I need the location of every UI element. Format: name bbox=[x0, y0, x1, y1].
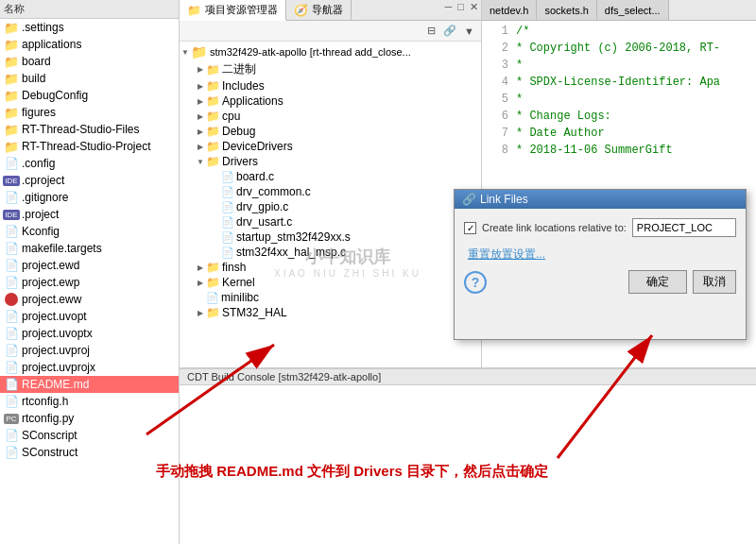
tree-item[interactable]: 📄drv_common.c bbox=[180, 184, 481, 199]
left-file-item[interactable]: 📁DebugConfig bbox=[0, 87, 179, 104]
tree-expand-arrow: ▶ bbox=[195, 82, 206, 91]
navigator-icon: 🧭 bbox=[294, 4, 308, 17]
tab-navigator[interactable]: 🧭 导航器 bbox=[286, 0, 352, 20]
close-btn[interactable]: ✕ bbox=[467, 0, 481, 20]
left-file-item[interactable]: 📄SConscript bbox=[0, 427, 179, 444]
tree-item[interactable]: ▶📁cpu bbox=[180, 109, 481, 124]
tree-item[interactable]: ▶📁Applications bbox=[180, 94, 481, 109]
left-file-item[interactable]: 📄makefile.targets bbox=[0, 240, 179, 257]
left-file-item[interactable]: 📄SConstruct bbox=[0, 444, 179, 461]
dialog-title-text: Link Files bbox=[480, 193, 528, 206]
left-file-item[interactable]: 📁build bbox=[0, 70, 179, 87]
create-link-checkbox[interactable]: ✓ bbox=[464, 222, 476, 234]
left-file-item[interactable]: 📁RT-Thread-Studio-Files bbox=[0, 121, 179, 138]
file-type-icon: 📄 bbox=[4, 156, 19, 171]
line-number: 4 bbox=[486, 74, 508, 91]
tab-explorer-label: 项目资源管理器 bbox=[205, 3, 278, 17]
tree-item-icon: 📁 bbox=[206, 110, 220, 123]
tree-item-label: drv_gpio.c bbox=[236, 200, 288, 213]
left-file-item[interactable]: 📄.gitignore bbox=[0, 189, 179, 206]
tree-item-label: drv_usart.c bbox=[236, 215, 292, 229]
dialog-link-icon: 🔗 bbox=[462, 193, 476, 206]
left-file-item[interactable]: 📄project.uvprojx bbox=[0, 359, 179, 376]
left-file-item[interactable]: PCrtconfig.py bbox=[0, 410, 179, 427]
left-file-item[interactable]: 📁.settings bbox=[0, 19, 179, 36]
left-file-item[interactable]: 📄rtconfig.h bbox=[0, 393, 179, 410]
tree-item[interactable]: ▼📁Drivers bbox=[180, 154, 481, 169]
tree-item-label: Kernel bbox=[222, 276, 255, 289]
line-content: * Copyright (c) 2006-2018, RT- bbox=[516, 40, 720, 57]
maximize-btn[interactable]: □ bbox=[455, 0, 467, 20]
line-content: * 2018-11-06 SummerGift bbox=[516, 142, 673, 159]
code-line: 7 * Date Author bbox=[482, 125, 756, 142]
file-label: README.md bbox=[22, 378, 89, 391]
link-btn[interactable]: 🔗 bbox=[440, 24, 459, 38]
tree-item-label: stm32f4xx_hal_msp.c bbox=[236, 246, 346, 259]
help-button[interactable]: ? bbox=[464, 271, 487, 294]
tree-item-label: DeviceDrivers bbox=[222, 140, 293, 153]
left-file-item[interactable]: IDE.project bbox=[0, 206, 179, 223]
left-file-item[interactable]: IDE.cproject bbox=[0, 172, 179, 189]
file-label: .config bbox=[22, 157, 55, 170]
left-file-item[interactable]: 📁applications bbox=[0, 36, 179, 53]
line-number: 8 bbox=[486, 142, 508, 159]
file-type-icon bbox=[4, 292, 19, 307]
tree-area: ▼ 📁 stm32f429-atk-apollo [rt-thread add_… bbox=[180, 42, 481, 367]
left-file-item[interactable]: 📄Kconfig bbox=[0, 223, 179, 240]
tree-item[interactable]: 📄drv_gpio.c bbox=[180, 199, 481, 214]
line-content: * Date Author bbox=[516, 125, 605, 142]
file-label: SConscript bbox=[22, 429, 77, 442]
left-file-item[interactable]: 📁RT-Thread-Studio-Project bbox=[0, 138, 179, 155]
tree-item-icon: 📁 bbox=[206, 155, 220, 168]
tree-expand-arrow: ▶ bbox=[195, 143, 206, 151]
left-file-item[interactable]: 📄project.uvproj bbox=[0, 342, 179, 359]
tree-items: ▶📁二进制▶📁Includes▶📁Applications▶📁cpu▶📁Debu… bbox=[180, 60, 481, 320]
code-tabs: netdev.h sockets.h dfs_select... bbox=[482, 0, 756, 21]
tree-item[interactable]: ▶📁DeviceDrivers bbox=[180, 139, 481, 154]
root-folder-icon: 📁 bbox=[191, 44, 207, 60]
ok-button[interactable]: 确定 bbox=[628, 270, 687, 294]
tree-item[interactable]: 📄stm32f4xx_hal_msp.c bbox=[180, 245, 481, 260]
reset-link[interactable]: 重置放置设置... bbox=[468, 247, 545, 261]
left-file-item[interactable]: 📄project.uvopt bbox=[0, 308, 179, 325]
collapse-btn[interactable]: ⊟ bbox=[424, 24, 438, 38]
tree-item-icon: 📁 bbox=[206, 261, 220, 274]
tree-item-label: Drivers bbox=[222, 155, 258, 168]
code-tab-dfs[interactable]: dfs_select... bbox=[597, 0, 669, 20]
tree-item-label: board.c bbox=[236, 170, 274, 183]
menu-btn[interactable]: ▼ bbox=[461, 25, 477, 38]
tree-item[interactable]: 📄minilibc bbox=[180, 290, 481, 305]
tree-item[interactable]: 📄board.c bbox=[180, 169, 481, 184]
tree-root[interactable]: ▼ 📁 stm32f429-atk-apollo [rt-thread add_… bbox=[180, 43, 481, 60]
tree-item-icon: 📄 bbox=[221, 170, 234, 183]
tree-item[interactable]: ▶📁finsh bbox=[180, 260, 481, 275]
tree-item[interactable]: ▶📁STM32_HAL bbox=[180, 305, 481, 320]
tree-item-icon: 📁 bbox=[206, 79, 220, 93]
left-file-item[interactable]: 📄project.ewp bbox=[0, 274, 179, 291]
tree-item[interactable]: 📄drv_usart.c bbox=[180, 214, 481, 230]
tree-item[interactable]: 📄startup_stm32f429xx.s bbox=[180, 230, 481, 245]
tree-item-icon: 📄 bbox=[221, 215, 234, 229]
left-file-item[interactable]: 📄README.md bbox=[0, 376, 179, 393]
left-file-item[interactable]: 📁board bbox=[0, 53, 179, 70]
cancel-button[interactable]: 取消 bbox=[693, 270, 736, 294]
code-tab-netdev[interactable]: netdev.h bbox=[482, 0, 537, 20]
tree-item[interactable]: ▶📁Kernel bbox=[180, 275, 481, 290]
left-file-item[interactable]: 📄.config bbox=[0, 155, 179, 172]
left-file-item[interactable]: 📄project.ewd bbox=[0, 257, 179, 274]
left-file-item[interactable]: 📁figures bbox=[0, 104, 179, 121]
tree-item[interactable]: ▶📁Includes bbox=[180, 78, 481, 94]
minimize-btn[interactable]: ─ bbox=[442, 0, 455, 20]
code-tab-sockets[interactable]: sockets.h bbox=[537, 0, 596, 20]
tree-item[interactable]: ▶📁二进制 bbox=[180, 60, 481, 78]
tree-item[interactable]: ▶📁Debug bbox=[180, 124, 481, 139]
left-file-item[interactable]: project.eww bbox=[0, 291, 179, 308]
left-file-list: 📁.settings📁applications📁board📁build📁Debu… bbox=[0, 19, 179, 461]
file-label: figures bbox=[22, 106, 56, 119]
tab-project-explorer[interactable]: 📁 项目资源管理器 bbox=[180, 0, 286, 21]
file-type-icon: 📄 bbox=[4, 190, 19, 205]
file-label: RT-Thread-Studio-Project bbox=[22, 140, 151, 153]
tree-expand-arrow: ▶ bbox=[195, 128, 206, 136]
left-file-item[interactable]: 📄project.uvoptx bbox=[0, 325, 179, 342]
project-loc-field[interactable]: PROJECT_LOC bbox=[632, 218, 736, 237]
